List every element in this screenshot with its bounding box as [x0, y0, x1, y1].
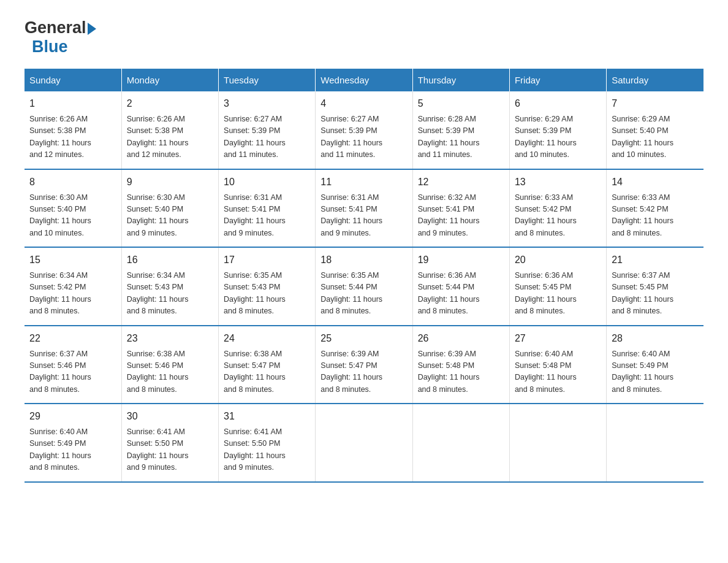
day-number: 11: [320, 175, 407, 190]
day-number: 31: [224, 409, 310, 424]
calendar-cell: 7Sunrise: 6:29 AMSunset: 5:40 PMDaylight…: [607, 91, 703, 169]
logo: General Blue: [25, 18, 96, 56]
calendar-week-row: 8Sunrise: 6:30 AMSunset: 5:40 PMDaylight…: [25, 169, 703, 248]
day-info: Sunrise: 6:34 AMSunset: 5:43 PMDaylight:…: [127, 270, 213, 318]
calendar-cell: [509, 404, 606, 482]
calendar-cell: 13Sunrise: 6:33 AMSunset: 5:42 PMDayligh…: [509, 169, 606, 248]
day-info: Sunrise: 6:30 AMSunset: 5:40 PMDaylight:…: [127, 192, 213, 240]
day-number: 1: [29, 96, 116, 111]
column-header-saturday: Saturday: [607, 69, 703, 91]
day-number: 4: [320, 96, 407, 111]
day-number: 19: [418, 253, 504, 267]
calendar-week-row: 22Sunrise: 6:37 AMSunset: 5:46 PMDayligh…: [25, 326, 703, 404]
day-number: 29: [29, 409, 116, 424]
column-header-monday: Monday: [121, 69, 218, 91]
calendar-cell: 10Sunrise: 6:31 AMSunset: 5:41 PMDayligh…: [219, 169, 316, 248]
calendar-cell: 16Sunrise: 6:34 AMSunset: 5:43 PMDayligh…: [121, 247, 218, 326]
calendar-cell: 8Sunrise: 6:30 AMSunset: 5:40 PMDaylight…: [25, 169, 121, 248]
column-header-friday: Friday: [509, 69, 606, 91]
day-info: Sunrise: 6:37 AMSunset: 5:46 PMDaylight:…: [29, 348, 116, 396]
calendar-cell: 27Sunrise: 6:40 AMSunset: 5:48 PMDayligh…: [509, 326, 606, 404]
calendar-cell: 29Sunrise: 6:40 AMSunset: 5:49 PMDayligh…: [25, 404, 121, 482]
day-info: Sunrise: 6:31 AMSunset: 5:41 PMDaylight:…: [320, 192, 407, 240]
day-info: Sunrise: 6:27 AMSunset: 5:39 PMDaylight:…: [224, 113, 310, 161]
day-number: 30: [127, 409, 213, 424]
day-info: Sunrise: 6:26 AMSunset: 5:38 PMDaylight:…: [29, 113, 116, 161]
day-info: Sunrise: 6:35 AMSunset: 5:43 PMDaylight:…: [224, 270, 310, 318]
day-number: 24: [224, 331, 310, 346]
calendar-cell: 25Sunrise: 6:39 AMSunset: 5:47 PMDayligh…: [316, 326, 412, 404]
day-number: 13: [515, 175, 601, 190]
calendar-cell: [412, 404, 509, 482]
calendar-cell: 3Sunrise: 6:27 AMSunset: 5:39 PMDaylight…: [219, 91, 316, 169]
day-number: 27: [515, 331, 601, 346]
day-info: Sunrise: 6:30 AMSunset: 5:40 PMDaylight:…: [29, 192, 116, 240]
day-number: 8: [29, 175, 116, 190]
day-info: Sunrise: 6:32 AMSunset: 5:41 PMDaylight:…: [418, 192, 504, 240]
calendar-header-row: SundayMondayTuesdayWednesdayThursdayFrid…: [25, 69, 703, 91]
day-info: Sunrise: 6:40 AMSunset: 5:49 PMDaylight:…: [612, 348, 699, 396]
calendar-cell: [607, 404, 703, 482]
column-header-thursday: Thursday: [412, 69, 509, 91]
column-header-sunday: Sunday: [25, 69, 121, 91]
day-info: Sunrise: 6:36 AMSunset: 5:44 PMDaylight:…: [418, 270, 504, 318]
calendar-cell: 4Sunrise: 6:27 AMSunset: 5:39 PMDaylight…: [316, 91, 412, 169]
logo-general-text: General: [25, 18, 86, 37]
calendar-cell: 24Sunrise: 6:38 AMSunset: 5:47 PMDayligh…: [219, 326, 316, 404]
column-header-tuesday: Tuesday: [219, 69, 316, 91]
column-header-wednesday: Wednesday: [316, 69, 412, 91]
day-number: 10: [224, 175, 310, 190]
day-number: 6: [515, 96, 601, 111]
day-info: Sunrise: 6:37 AMSunset: 5:45 PMDaylight:…: [612, 270, 699, 318]
calendar-cell: 26Sunrise: 6:39 AMSunset: 5:48 PMDayligh…: [412, 326, 509, 404]
calendar-cell: 2Sunrise: 6:26 AMSunset: 5:38 PMDaylight…: [121, 91, 218, 169]
day-info: Sunrise: 6:28 AMSunset: 5:39 PMDaylight:…: [418, 113, 504, 161]
calendar-cell: 9Sunrise: 6:30 AMSunset: 5:40 PMDaylight…: [121, 169, 218, 248]
day-number: 12: [418, 175, 504, 190]
day-info: Sunrise: 6:36 AMSunset: 5:45 PMDaylight:…: [515, 270, 601, 318]
day-info: Sunrise: 6:38 AMSunset: 5:47 PMDaylight:…: [224, 348, 310, 396]
day-number: 16: [127, 253, 213, 267]
calendar-cell: 5Sunrise: 6:28 AMSunset: 5:39 PMDaylight…: [412, 91, 509, 169]
day-number: 21: [612, 253, 699, 267]
calendar-cell: 30Sunrise: 6:41 AMSunset: 5:50 PMDayligh…: [121, 404, 218, 482]
day-info: Sunrise: 6:31 AMSunset: 5:41 PMDaylight:…: [224, 192, 310, 240]
calendar-cell: 18Sunrise: 6:35 AMSunset: 5:44 PMDayligh…: [316, 247, 412, 326]
day-number: 9: [127, 175, 213, 190]
calendar-cell: 1Sunrise: 6:26 AMSunset: 5:38 PMDaylight…: [25, 91, 121, 169]
day-number: 25: [320, 331, 407, 346]
calendar-cell: [316, 404, 412, 482]
day-info: Sunrise: 6:34 AMSunset: 5:42 PMDaylight:…: [29, 270, 116, 318]
day-info: Sunrise: 6:39 AMSunset: 5:47 PMDaylight:…: [320, 348, 407, 396]
calendar-week-row: 1Sunrise: 6:26 AMSunset: 5:38 PMDaylight…: [25, 91, 703, 169]
calendar-cell: 19Sunrise: 6:36 AMSunset: 5:44 PMDayligh…: [412, 247, 509, 326]
calendar-cell: 31Sunrise: 6:41 AMSunset: 5:50 PMDayligh…: [219, 404, 316, 482]
page-header: General Blue: [25, 18, 703, 56]
day-number: 23: [127, 331, 213, 346]
calendar-cell: 12Sunrise: 6:32 AMSunset: 5:41 PMDayligh…: [412, 169, 509, 248]
day-info: Sunrise: 6:38 AMSunset: 5:46 PMDaylight:…: [127, 348, 213, 396]
calendar-cell: 20Sunrise: 6:36 AMSunset: 5:45 PMDayligh…: [509, 247, 606, 326]
day-info: Sunrise: 6:35 AMSunset: 5:44 PMDaylight:…: [320, 270, 407, 318]
logo-blue-text: Blue: [32, 37, 68, 56]
day-number: 15: [29, 253, 116, 267]
calendar-cell: 11Sunrise: 6:31 AMSunset: 5:41 PMDayligh…: [316, 169, 412, 248]
day-number: 17: [224, 253, 310, 267]
day-number: 2: [127, 96, 213, 111]
calendar-week-row: 29Sunrise: 6:40 AMSunset: 5:49 PMDayligh…: [25, 404, 703, 482]
day-info: Sunrise: 6:41 AMSunset: 5:50 PMDaylight:…: [224, 426, 310, 474]
calendar-cell: 14Sunrise: 6:33 AMSunset: 5:42 PMDayligh…: [607, 169, 703, 248]
day-number: 5: [418, 96, 504, 111]
day-info: Sunrise: 6:27 AMSunset: 5:39 PMDaylight:…: [320, 113, 407, 161]
day-info: Sunrise: 6:40 AMSunset: 5:48 PMDaylight:…: [515, 348, 601, 396]
calendar-cell: 21Sunrise: 6:37 AMSunset: 5:45 PMDayligh…: [607, 247, 703, 326]
day-info: Sunrise: 6:41 AMSunset: 5:50 PMDaylight:…: [127, 426, 213, 474]
day-number: 14: [612, 175, 699, 190]
calendar-cell: 17Sunrise: 6:35 AMSunset: 5:43 PMDayligh…: [219, 247, 316, 326]
day-info: Sunrise: 6:40 AMSunset: 5:49 PMDaylight:…: [29, 426, 116, 474]
day-number: 3: [224, 96, 310, 111]
day-info: Sunrise: 6:29 AMSunset: 5:40 PMDaylight:…: [612, 113, 699, 161]
day-number: 22: [29, 331, 116, 346]
calendar-cell: 15Sunrise: 6:34 AMSunset: 5:42 PMDayligh…: [25, 247, 121, 326]
calendar-table: SundayMondayTuesdayWednesdayThursdayFrid…: [25, 69, 703, 483]
